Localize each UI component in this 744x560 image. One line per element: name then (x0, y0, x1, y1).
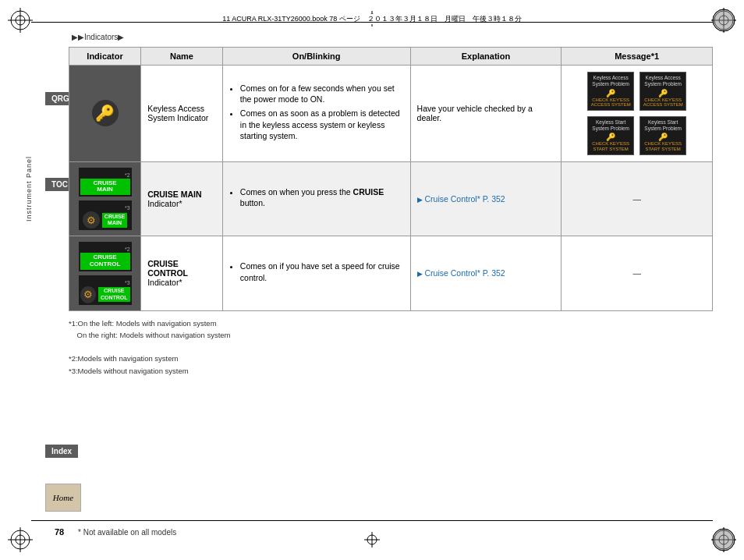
cruise-main-small-label-1: *2 CRUISEMAIN (78, 167, 133, 198)
cruise-ctrl-bullet-list: Comes on if you have set a speed for cru… (229, 261, 404, 283)
footnote-spacer (69, 341, 713, 353)
cruise-ctrl-note2: *2 (125, 246, 130, 252)
footnotes: *1:On the left: Models with navigation s… (69, 317, 713, 377)
keyless-access-msg-box2: Keyless Access System Problem 🔑 CHECK KE… (639, 72, 686, 111)
th-name: Name (141, 48, 223, 66)
cruise-main-link-icon: ▶ (417, 196, 423, 204)
cruise-main-onblinking-cell: Comes on when you press the CRUISE butto… (222, 161, 410, 236)
cruise-main-name-cell: CRUISE MAIN Indicator* (141, 161, 223, 236)
cruise-ctrl-msg-cell: — (562, 236, 713, 311)
cruise-main-bullet-1: Comes on when you press the CRUISE butto… (240, 186, 404, 209)
cruise-ctrl-green-box: CRUISECONTROL (80, 253, 130, 270)
cruise-main-explanation-cell: ▶ Cruise Control* P. 352 (410, 161, 562, 236)
table-row: *2 CRUISEMAIN *3 ⚙ (69, 161, 713, 236)
cruise-ctrl-name-cell: CRUISECONTROL Indicator* (141, 236, 223, 311)
key-icon: 🔑 (95, 104, 115, 122)
footnote-1: *1:On the left: Models with navigation s… (69, 317, 713, 329)
keyless-indicator-icon: 🔑 (92, 100, 119, 126)
cruise-ctrl-name-rest: Indicator* (147, 278, 182, 287)
cruise-main-key-icon: ⚙ (87, 214, 96, 226)
keyless-msg-pair-1: Keyless Access System Problem 🔑 CHECK KE… (586, 70, 688, 112)
cruise-main-small-green: CRUISEMAIN (102, 213, 127, 228)
cruise-ctrl-ind-stack: *2 CRUISECONTROL *3 ⚙ (76, 241, 134, 306)
keyless-name: Keyless Access System Indicator (147, 104, 208, 122)
cruise-main-indicator-cell: *2 CRUISEMAIN *3 ⚙ (69, 161, 141, 236)
keyless-access-msg-text: CHECK KEY'ESS ACCESS SYSTEM (590, 97, 631, 108)
cruise-ctrl-ind-row2: *3 ⚙ CRUISECONTROL (78, 275, 133, 306)
cruise-ctrl-bullet-1: Comes on if you have set a speed for cru… (240, 261, 404, 283)
corner-bottomleft (6, 526, 34, 554)
cruise-ctrl-link-icon: ▶ (417, 270, 423, 278)
keyless-start-msg-icon: 🔑 (590, 133, 631, 141)
keyless-explanation-cell: Have your vehicle checked by a dealer. (410, 66, 562, 162)
keyless-name-cell: Keyless Access System Indicator (141, 66, 223, 162)
cruise-ctrl-note3: *3 (125, 280, 130, 285)
keyless-explanation: Have your vehicle checked by a dealer. (417, 104, 533, 122)
keyless-message-cell: Keyless Access System Problem 🔑 CHECK KE… (562, 66, 713, 162)
header-line (31, 22, 713, 23)
footer-line (31, 520, 713, 521)
keyless-onblinking-cell: Comes on for a few seconds when you set … (222, 66, 410, 162)
cruise-main-ind-row1: *2 CRUISEMAIN (78, 167, 133, 198)
corner-bottomright (710, 526, 738, 554)
keyless-access-msg-box: Keyless Access System Problem 🔑 CHECK KE… (587, 72, 634, 111)
keyless-start-msg-title: Keyless Start System Problem (590, 119, 631, 132)
table-row: *2 CRUISECONTROL *3 ⚙ (69, 236, 713, 311)
cruise-ctrl-explanation-cell: ▶ Cruise Control* P. 352 (410, 236, 562, 311)
page-number: 78 (55, 527, 64, 537)
th-explanation: Explanation (410, 48, 562, 66)
page-note: * Not available on all models (78, 528, 176, 537)
keyless-start-msg-box2: Keyless Start System Problem 🔑 CHECK KEY… (639, 116, 686, 155)
keyless-message-boxes: Keyless Access System Problem 🔑 CHECK KE… (568, 70, 706, 157)
cruise-ctrl-link[interactable]: Cruise Control* P. 352 (425, 268, 505, 278)
breadcrumb: ▶▶Indicators▶ (72, 33, 124, 41)
cruise-main-green-box: CRUISEMAIN (80, 179, 130, 196)
header-text: 11 ACURA RLX-31TY26000.book 78 ページ ２０１３年… (219, 14, 525, 24)
side-label: Instrument Panel (25, 156, 33, 222)
keyless-bullet-list: Comes on for a few seconds when you set … (229, 83, 404, 142)
cruise-main-msg-cell: — (562, 161, 713, 236)
keyless-access-msg-icon2: 🔑 (643, 89, 683, 97)
keyless-start-msg-text2: CHECK KEY'ESS START SYSTEM (643, 141, 683, 151)
cruise-ctrl-indicator-cell: *2 CRUISECONTROL *3 ⚙ (69, 236, 141, 311)
th-onblinking: On/Blinking (222, 48, 410, 66)
keyless-access-msg-title2: Keyless Access System Problem (643, 75, 683, 87)
corner-topleft (6, 6, 34, 34)
cruise-main-name-rest: Indicator* (147, 199, 182, 208)
keyless-msg-pair-2: Keyless Start System Problem 🔑 CHECK KEY… (586, 115, 688, 157)
indicator-table: Indicator Name On/Blinking Explanation M… (69, 47, 713, 311)
footnote-1b: On the right: Models without navigation … (69, 329, 713, 341)
th-message: Message*1 (562, 48, 713, 66)
cruise-main-ind-stack: *2 CRUISEMAIN *3 ⚙ (76, 167, 134, 232)
keyless-start-msg-icon2: 🔑 (643, 133, 683, 141)
cruise-main-bullet-list: Comes on when you press the CRUISE butto… (229, 186, 404, 209)
cruise-main-link[interactable]: Cruise Control* P. 352 (425, 194, 505, 204)
keyless-access-msg-icon: 🔑 (590, 89, 631, 97)
cruise-main-ind-row2: *3 ⚙ CRUISEMAIN (78, 200, 133, 231)
main-content: Indicator Name On/Blinking Explanation M… (69, 47, 713, 513)
cruise-main-name-bold: CRUISE MAIN (147, 190, 201, 199)
cruise-main-note3: *3 (125, 205, 130, 211)
cruise-ctrl-onblinking-cell: Comes on if you have set a speed for cru… (222, 236, 410, 311)
keyless-access-msg-title: Keyless Access System Problem (590, 75, 631, 87)
cruise-main-note2: *2 (125, 172, 130, 178)
footnote-3: *3:Models without navigation system (69, 365, 713, 377)
table-row: 🔑 Keyless Access System Indicator Comes … (69, 66, 713, 162)
footer-crosshair (364, 532, 380, 549)
cruise-ctrl-small-green: CRUISECONTROL (98, 287, 130, 302)
cruise-main-bold-word: CRUISE (353, 187, 384, 197)
th-indicator: Indicator (69, 48, 141, 66)
keyless-indicator-cell: 🔑 (69, 66, 141, 162)
keyless-access-msg-text2: CHECK KEY'ESS ACCESS SYSTEM (643, 97, 683, 108)
keyless-bullet-2: Comes on as soon as a problem is detecte… (240, 108, 404, 142)
keyless-bullet-1: Comes on for a few seconds when you set … (240, 83, 404, 105)
footnote-2: *2:Models with navigation system (69, 353, 713, 364)
cruise-ctrl-key-icon: ⚙ (83, 289, 93, 300)
cruise-ctrl-ind-row1: *2 CRUISECONTROL (78, 241, 133, 272)
keyless-start-msg-title2: Keyless Start System Problem (643, 119, 683, 132)
keyless-start-msg-box: Keyless Start System Problem 🔑 CHECK KEY… (587, 116, 634, 155)
cruise-ctrl-name-bold: CRUISECONTROL (147, 259, 188, 278)
corner-topright (710, 6, 738, 34)
keyless-start-msg-text: CHECK KEY'ESS START SYSTEM (590, 141, 631, 151)
